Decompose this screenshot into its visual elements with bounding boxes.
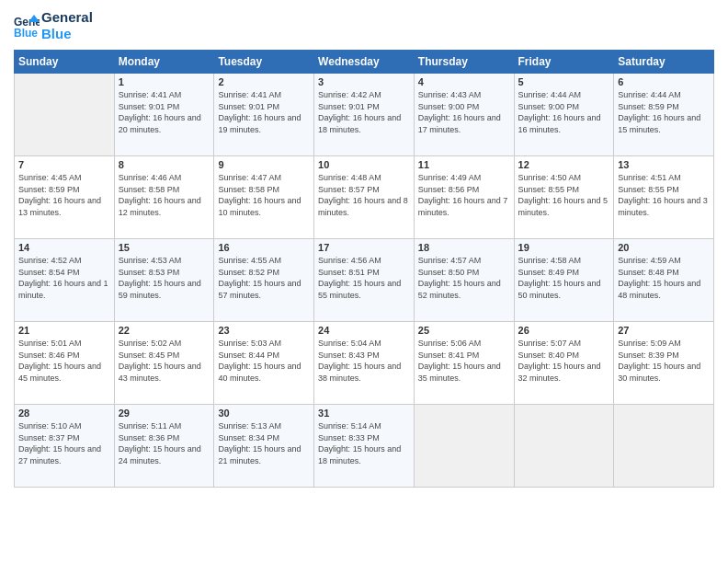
day-info: Sunrise: 5:02 AM Sunset: 8:45 PM Dayligh… [119, 338, 210, 384]
sunset-text: Sunset: 8:41 PM [418, 350, 480, 360]
calendar-cell: 13 Sunrise: 4:51 AM Sunset: 8:55 PM Dayl… [614, 156, 714, 239]
sunset-text: Sunset: 9:01 PM [119, 102, 180, 111]
calendar-cell: 14 Sunrise: 4:52 AM Sunset: 8:54 PM Dayl… [15, 239, 115, 322]
calendar-week-row: 14 Sunrise: 4:52 AM Sunset: 8:54 PM Dayl… [15, 239, 714, 322]
day-info: Sunrise: 5:01 AM Sunset: 8:46 PM Dayligh… [18, 338, 110, 384]
sunset-text: Sunset: 8:51 PM [318, 268, 380, 277]
sunrise-text: Sunrise: 4:52 AM [18, 256, 82, 265]
daylight-text: Daylight: 15 hours and 43 minutes. [119, 362, 201, 383]
day-info: Sunrise: 5:04 AM Sunset: 8:43 PM Dayligh… [318, 338, 410, 384]
calendar-container: General Blue General Blue SundayMondayTu… [0, 0, 728, 497]
calendar-cell: 15 Sunrise: 4:53 AM Sunset: 8:53 PM Dayl… [114, 239, 214, 322]
daylight-text: Daylight: 15 hours and 55 minutes. [318, 279, 401, 300]
sunset-text: Sunset: 8:39 PM [618, 350, 679, 360]
daylight-text: Daylight: 15 hours and 35 minutes. [418, 362, 501, 383]
daylight-text: Daylight: 16 hours and 16 minutes. [518, 113, 601, 134]
logo: General Blue General Blue [14, 9, 93, 42]
day-number: 28 [18, 408, 110, 419]
sunset-text: Sunset: 8:49 PM [518, 268, 580, 277]
day-info: Sunrise: 5:10 AM Sunset: 8:37 PM Dayligh… [18, 420, 110, 466]
daylight-text: Daylight: 15 hours and 57 minutes. [218, 279, 301, 300]
sunset-text: Sunset: 8:46 PM [18, 350, 80, 360]
sunrise-text: Sunrise: 4:49 AM [418, 173, 482, 182]
sunrise-text: Sunrise: 4:43 AM [418, 90, 482, 99]
day-number: 12 [518, 159, 610, 170]
weekday-header: Tuesday [214, 51, 314, 74]
day-info: Sunrise: 5:03 AM Sunset: 8:44 PM Dayligh… [218, 338, 310, 384]
sunrise-text: Sunrise: 4:55 AM [218, 256, 281, 265]
calendar-cell: 28 Sunrise: 5:10 AM Sunset: 8:37 PM Dayl… [15, 405, 115, 488]
day-info: Sunrise: 4:48 AM Sunset: 8:57 PM Dayligh… [318, 172, 410, 218]
day-info: Sunrise: 5:09 AM Sunset: 8:39 PM Dayligh… [618, 338, 710, 384]
daylight-text: Daylight: 15 hours and 30 minutes. [618, 362, 700, 383]
svg-text:Blue: Blue [14, 27, 38, 39]
day-number: 23 [218, 325, 310, 336]
daylight-text: Daylight: 15 hours and 48 minutes. [618, 279, 700, 300]
sunrise-text: Sunrise: 4:45 AM [18, 173, 82, 182]
calendar-cell: 1 Sunrise: 4:41 AM Sunset: 9:01 PM Dayli… [114, 74, 214, 156]
sunrise-text: Sunrise: 4:48 AM [318, 173, 381, 182]
day-number: 25 [418, 325, 510, 336]
sunrise-text: Sunrise: 4:47 AM [218, 173, 281, 182]
calendar-cell [15, 74, 115, 156]
day-info: Sunrise: 5:14 AM Sunset: 8:33 PM Dayligh… [318, 420, 410, 466]
sunrise-text: Sunrise: 5:10 AM [18, 421, 82, 431]
sunset-text: Sunset: 8:54 PM [18, 268, 80, 277]
day-info: Sunrise: 4:41 AM Sunset: 9:01 PM Dayligh… [218, 89, 310, 135]
calendar-cell: 4 Sunrise: 4:43 AM Sunset: 9:00 PM Dayli… [414, 74, 514, 156]
weekday-header: Sunday [15, 51, 115, 74]
calendar-cell: 29 Sunrise: 5:11 AM Sunset: 8:36 PM Dayl… [114, 405, 214, 488]
day-number: 8 [119, 159, 210, 170]
day-info: Sunrise: 4:57 AM Sunset: 8:50 PM Dayligh… [418, 255, 510, 301]
sunset-text: Sunset: 9:00 PM [418, 102, 480, 111]
day-info: Sunrise: 4:45 AM Sunset: 8:59 PM Dayligh… [18, 172, 110, 218]
sunset-text: Sunset: 8:40 PM [518, 350, 580, 360]
day-number: 22 [119, 325, 210, 336]
calendar-cell [614, 405, 714, 488]
daylight-text: Daylight: 15 hours and 18 minutes. [318, 444, 401, 465]
calendar-cell: 16 Sunrise: 4:55 AM Sunset: 8:52 PM Dayl… [214, 239, 314, 322]
calendar-cell: 12 Sunrise: 4:50 AM Sunset: 8:55 PM Dayl… [514, 156, 614, 239]
calendar-cell: 19 Sunrise: 4:58 AM Sunset: 8:49 PM Dayl… [514, 239, 614, 322]
calendar-cell: 21 Sunrise: 5:01 AM Sunset: 8:46 PM Dayl… [15, 322, 115, 405]
weekday-header: Saturday [614, 51, 714, 74]
sunset-text: Sunset: 8:37 PM [18, 433, 80, 442]
calendar-cell: 8 Sunrise: 4:46 AM Sunset: 8:58 PM Dayli… [114, 156, 214, 239]
day-info: Sunrise: 5:11 AM Sunset: 8:36 PM Dayligh… [119, 420, 210, 466]
sunset-text: Sunset: 8:53 PM [119, 268, 180, 277]
calendar-cell: 11 Sunrise: 4:49 AM Sunset: 8:56 PM Dayl… [414, 156, 514, 239]
day-number: 2 [218, 76, 310, 87]
daylight-text: Daylight: 15 hours and 45 minutes. [18, 362, 101, 383]
sunset-text: Sunset: 8:55 PM [618, 185, 679, 194]
weekday-header: Wednesday [314, 51, 415, 74]
calendar-cell: 20 Sunrise: 4:59 AM Sunset: 8:48 PM Dayl… [614, 239, 714, 322]
day-number: 4 [418, 76, 510, 87]
sunrise-text: Sunrise: 5:03 AM [218, 339, 281, 348]
weekday-header: Thursday [414, 51, 514, 74]
day-number: 17 [318, 242, 410, 253]
calendar-week-row: 7 Sunrise: 4:45 AM Sunset: 8:59 PM Dayli… [15, 156, 714, 239]
day-info: Sunrise: 4:55 AM Sunset: 8:52 PM Dayligh… [218, 255, 310, 301]
calendar-cell [414, 405, 514, 488]
sunrise-text: Sunrise: 4:41 AM [218, 90, 281, 99]
sunset-text: Sunset: 8:58 PM [218, 185, 279, 194]
day-number: 11 [418, 159, 510, 170]
day-number: 16 [218, 242, 310, 253]
daylight-text: Daylight: 16 hours and 12 minutes. [119, 196, 201, 217]
calendar-table: SundayMondayTuesdayWednesdayThursdayFrid… [14, 50, 714, 488]
day-info: Sunrise: 4:44 AM Sunset: 8:59 PM Dayligh… [618, 89, 710, 135]
sunrise-text: Sunrise: 4:41 AM [119, 90, 182, 99]
calendar-header-row: SundayMondayTuesdayWednesdayThursdayFrid… [15, 51, 714, 74]
day-number: 20 [618, 242, 710, 253]
sunset-text: Sunset: 8:43 PM [318, 350, 380, 360]
daylight-text: Daylight: 15 hours and 40 minutes. [218, 362, 301, 383]
daylight-text: Daylight: 15 hours and 27 minutes. [18, 444, 101, 465]
sunset-text: Sunset: 8:58 PM [119, 185, 180, 194]
sunset-text: Sunset: 9:01 PM [218, 102, 279, 111]
sunrise-text: Sunrise: 4:42 AM [318, 90, 381, 99]
weekday-header: Monday [114, 51, 214, 74]
sunrise-text: Sunrise: 5:02 AM [119, 339, 182, 348]
sunset-text: Sunset: 8:50 PM [418, 268, 480, 277]
daylight-text: Daylight: 15 hours and 24 minutes. [119, 444, 201, 465]
calendar-cell: 9 Sunrise: 4:47 AM Sunset: 8:58 PM Dayli… [214, 156, 314, 239]
